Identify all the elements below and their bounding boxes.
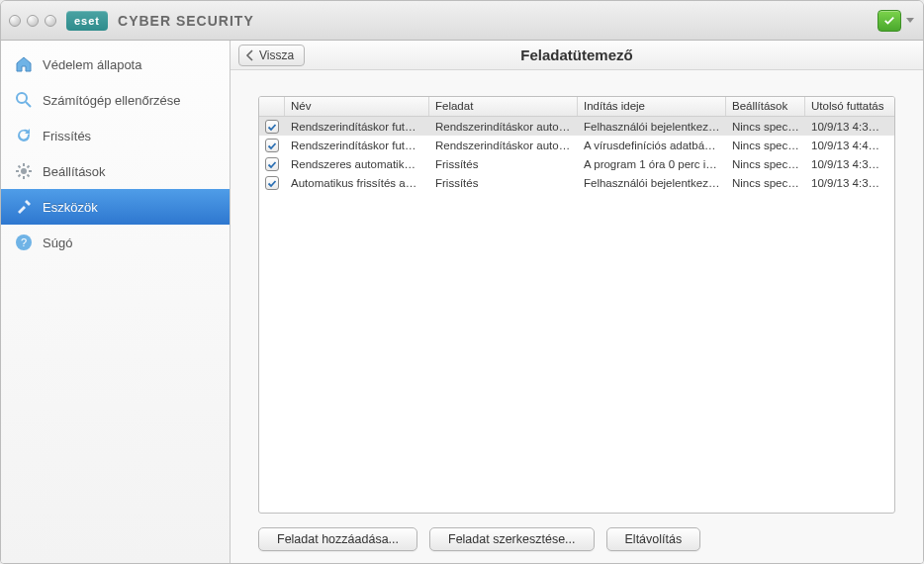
sidebar-item-label: Eszközök <box>43 200 98 215</box>
chevron-left-icon <box>243 48 257 62</box>
row-checkbox[interactable] <box>265 139 279 152</box>
cell-settings: Nincs speci… <box>726 140 805 151</box>
app-window: eset CYBER SECURITY Védelem állapota <box>0 0 924 564</box>
cell-task: Frissítés <box>429 177 578 189</box>
cell-start: Felhasználói bejelentkez… <box>578 121 726 133</box>
close-window-button[interactable] <box>9 15 21 27</box>
status-area <box>878 10 915 32</box>
cell-start: A vírusdefiníciós adatbá… <box>578 140 726 151</box>
cell-settings: Nincs speci… <box>726 177 805 189</box>
sidebar-item-label: Frissítés <box>43 129 91 143</box>
row-checkbox[interactable] <box>265 157 279 171</box>
cell-name: Rendszerindításkor fut… <box>285 140 429 151</box>
gear-icon <box>15 162 33 180</box>
cell-last-run: 10/9/13 4:3… <box>805 158 894 170</box>
table-row[interactable]: Rendszerindításkor fut…Rendszerindításko… <box>259 117 894 136</box>
cell-name: Rendszeres automatik… <box>285 158 429 170</box>
cell-name: Rendszerindításkor fut… <box>285 121 429 133</box>
column-task[interactable]: Feladat <box>429 97 578 116</box>
cell-settings: Nincs speci… <box>726 121 805 133</box>
cell-task: Rendszerindításkor auto… <box>429 140 578 151</box>
table-body: Rendszerindításkor fut…Rendszerindításko… <box>259 117 894 513</box>
cell-start: A program 1 óra 0 perc i… <box>578 158 726 170</box>
sidebar-item-settings[interactable]: Beállítások <box>1 153 230 189</box>
sidebar: Védelem állapota Számítógép ellenőrzése … <box>1 41 231 563</box>
sidebar-item-update[interactable]: Frissítés <box>1 118 230 153</box>
column-settings[interactable]: Beállítások <box>726 97 805 116</box>
status-ok-icon[interactable] <box>878 10 901 32</box>
row-checkbox[interactable] <box>265 176 279 190</box>
window-controls <box>9 15 56 27</box>
titlebar: eset CYBER SECURITY <box>1 1 923 41</box>
sidebar-item-tools[interactable]: Eszközök <box>1 189 230 225</box>
page-title: Feladatütemező <box>520 47 632 63</box>
sidebar-item-help[interactable]: ? Súgó <box>1 225 230 260</box>
svg-text:?: ? <box>21 236 27 248</box>
home-icon <box>15 55 33 73</box>
cell-task: Frissítés <box>429 158 578 170</box>
edit-task-button[interactable]: Feladat szerkesztése... <box>429 527 595 551</box>
status-menu-caret-icon[interactable] <box>905 13 915 28</box>
column-start[interactable]: Indítás ideje <box>578 97 726 116</box>
scheduler-table: Név Feladat Indítás ideje Beállítások Ut… <box>258 96 895 514</box>
remove-task-button[interactable]: Eltávolítás <box>606 527 701 551</box>
tools-icon <box>15 198 33 216</box>
back-button-label: Vissza <box>259 48 294 62</box>
search-icon <box>15 91 33 109</box>
main-header: Vissza Feladatütemező <box>231 41 923 70</box>
cell-last-run: 10/9/13 4:4… <box>805 140 894 151</box>
table-row[interactable]: Rendszeres automatik…FrissítésA program … <box>259 154 894 173</box>
help-icon: ? <box>15 234 33 251</box>
cell-last-run: 10/9/13 4:3… <box>805 177 894 189</box>
sidebar-item-label: Védelem állapota <box>43 57 141 72</box>
column-checkbox[interactable] <box>259 97 285 116</box>
sidebar-item-scan[interactable]: Számítógép ellenőrzése <box>1 82 230 118</box>
column-last-run[interactable]: Utolsó futtatás <box>805 97 894 116</box>
sidebar-item-label: Súgó <box>43 235 72 250</box>
svg-point-0 <box>17 93 27 103</box>
cell-start: Felhasználói bejelentkez… <box>578 177 726 189</box>
row-checkbox[interactable] <box>265 120 279 134</box>
sidebar-item-protection[interactable]: Védelem állapota <box>1 47 230 82</box>
svg-point-1 <box>21 168 27 174</box>
cell-task: Rendszerindításkor auto… <box>429 121 578 133</box>
footer-buttons: Feladat hozzáadása... Feladat szerkeszté… <box>258 514 895 551</box>
zoom-window-button[interactable] <box>45 15 56 27</box>
app-title: CYBER SECURITY <box>118 13 254 29</box>
table-row[interactable]: Automatikus frissítés a…FrissítésFelhasz… <box>259 173 894 192</box>
cell-settings: Nincs speci… <box>726 158 805 170</box>
table-row[interactable]: Rendszerindításkor fut…Rendszerindításko… <box>259 136 894 154</box>
sidebar-item-label: Beállítások <box>43 164 106 179</box>
cell-name: Automatikus frissítés a… <box>285 177 429 189</box>
minimize-window-button[interactable] <box>27 15 39 27</box>
refresh-icon <box>15 127 33 144</box>
column-name[interactable]: Név <box>285 97 429 116</box>
content-area: Név Feladat Indítás ideje Beállítások Ut… <box>231 70 923 563</box>
cell-last-run: 10/9/13 4:3… <box>805 121 894 133</box>
sidebar-item-label: Számítógép ellenőrzése <box>43 93 180 108</box>
add-task-button[interactable]: Feladat hozzáadása... <box>258 527 417 551</box>
brand-badge: eset <box>66 11 108 31</box>
main-panel: Vissza Feladatütemező Név Feladat Indítá… <box>231 41 923 563</box>
table-header: Név Feladat Indítás ideje Beállítások Ut… <box>259 97 894 117</box>
back-button[interactable]: Vissza <box>238 45 305 66</box>
